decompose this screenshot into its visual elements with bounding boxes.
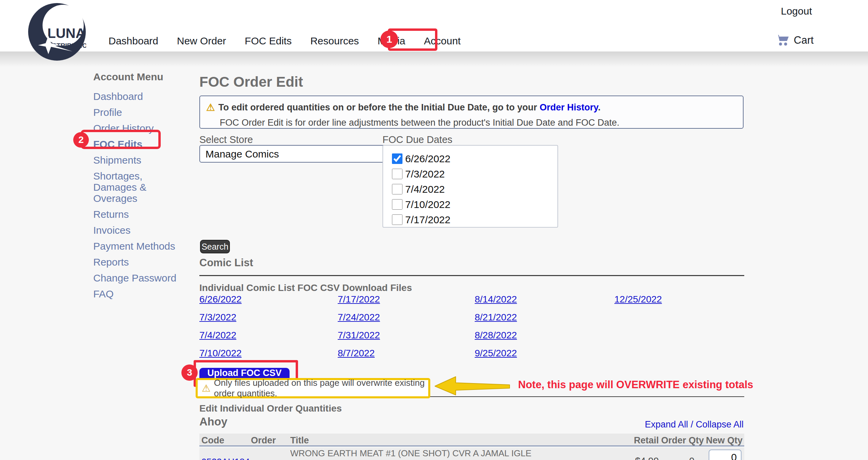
publisher-heading: Ahoy — [199, 415, 228, 428]
order-table-header: Code Order Title Retail Order Qty New Qt… — [199, 434, 744, 446]
due-date-option[interactable]: 7/10/2022 — [392, 197, 557, 212]
sidebar-item-order-history[interactable]: Order History — [93, 123, 195, 134]
due-date-option[interactable]: 7/17/2022 — [392, 212, 557, 227]
annotation-step-3: 3 — [181, 364, 198, 381]
csv-link[interactable]: 8/28/2022 — [475, 330, 517, 348]
sidebar-item-shipments[interactable]: Shipments — [93, 154, 195, 166]
nav-new-order[interactable]: New Order — [177, 35, 226, 47]
collapse-all-link[interactable]: Collapse All — [696, 419, 744, 430]
csv-link[interactable]: 7/31/2022 — [338, 330, 380, 348]
csv-link[interactable]: 8/7/2022 — [338, 348, 380, 366]
due-date-option[interactable]: 6/26/2022 — [392, 151, 557, 166]
sidebar-item-change-password[interactable]: Change Password — [93, 272, 195, 284]
nav-account[interactable]: Account — [424, 35, 460, 47]
expand-collapse-links: Expand All / Collapse All — [645, 419, 744, 430]
divider — [199, 275, 744, 276]
info-line-2: FOC Order Edit is for order line adjustm… — [220, 118, 736, 128]
sidebar-item-invoices[interactable]: Invoices — [93, 225, 195, 236]
due-date-checkbox[interactable] — [392, 153, 402, 164]
yellow-arrow — [435, 376, 510, 396]
sidebar-item-faq[interactable]: FAQ — [93, 288, 195, 299]
expand-all-link[interactable]: Expand All — [645, 419, 688, 430]
annotation-step-2: 2 — [73, 132, 89, 148]
edit-quantities-heading: Edit Individual Order Quantities — [199, 403, 342, 414]
foc-due-dates-box: 6/26/2022 7/3/2022 7/4/2022 7/10/2022 7/… — [382, 145, 558, 228]
csv-link[interactable]: 7/10/2022 — [199, 348, 242, 366]
info-line-1-text: To edit ordered quantities on or before … — [218, 102, 600, 113]
search-button[interactable]: Search — [200, 240, 230, 253]
account-menu-title: Account Menu — [93, 71, 195, 83]
due-date-option[interactable]: 7/3/2022 — [392, 166, 557, 182]
nav-foc-edits[interactable]: FOC Edits — [245, 35, 292, 47]
account-menu: Account Menu Dashboard Profile Order His… — [93, 71, 195, 304]
csv-link[interactable]: 7/17/2022 — [338, 294, 380, 312]
col-order: Order — [251, 435, 276, 446]
row-order-qty: 0 — [650, 456, 694, 460]
sidebar-item-dashboard[interactable]: Dashboard — [93, 91, 195, 102]
logout-link[interactable]: Logout — [781, 5, 812, 17]
due-date-checkbox[interactable] — [392, 199, 402, 210]
nav-resources[interactable]: Resources — [310, 35, 359, 47]
col-code: Code — [201, 435, 224, 446]
nav-dashboard[interactable]: Dashboard — [108, 35, 158, 47]
row-code-link[interactable]: 0522AH184 — [201, 457, 250, 460]
cart-icon — [775, 34, 790, 47]
sidebar-item-returns[interactable]: Returns — [93, 209, 195, 220]
cart-label: Cart — [794, 34, 814, 46]
warning-icon: ⚠ — [206, 102, 215, 113]
sidebar-item-shortages[interactable]: Shortages, Damages & Overages — [93, 170, 188, 204]
table-row: WRONG EARTH MEAT #1 (ONE SHOT) CVR A JAM… — [199, 447, 744, 460]
warning-icon: ⚠ — [202, 382, 211, 394]
csv-link[interactable]: 9/25/2022 — [475, 348, 517, 366]
sidebar-item-payment-methods[interactable]: Payment Methods — [93, 241, 195, 252]
comic-list-heading: Comic List — [199, 257, 253, 269]
csv-link[interactable]: 7/4/2022 — [199, 330, 242, 348]
csv-link[interactable]: 7/3/2022 — [199, 312, 242, 330]
due-date-checkbox[interactable] — [392, 169, 402, 179]
lunar-distribution-logo: LUNAR DISTRIBUTION — [28, 3, 86, 61]
csv-link[interactable]: 8/21/2022 — [475, 312, 517, 330]
order-history-link[interactable]: Order History — [540, 102, 598, 112]
col-title: Title — [290, 435, 309, 446]
sidebar-item-reports[interactable]: Reports — [93, 256, 195, 268]
new-qty-input[interactable] — [709, 449, 742, 460]
foc-info-box: ⚠ To edit ordered quantities on or befor… — [199, 96, 744, 129]
col-new-qty: New Qty — [692, 435, 743, 446]
csv-link[interactable]: 12/25/2022 — [614, 294, 662, 312]
annotation-step-1: 1 — [380, 30, 398, 48]
due-date-option[interactable]: 7/4/2022 — [392, 182, 557, 197]
sidebar-item-profile[interactable]: Profile — [93, 107, 195, 118]
due-date-checkbox[interactable] — [392, 214, 402, 225]
csv-link[interactable]: 6/26/2022 — [199, 294, 242, 312]
store-select[interactable]: Manage Comics — [199, 145, 400, 163]
overwrite-note: Note, this page will OVERWRITE existing … — [518, 379, 753, 391]
sidebar-item-foc-edits[interactable]: FOC Edits — [93, 139, 195, 150]
foc-due-dates-label: FOC Due Dates — [382, 134, 452, 145]
svg-text:LUNAR: LUNAR — [47, 25, 86, 41]
due-date-checkbox[interactable] — [392, 184, 402, 194]
overwrite-warning-box: ⚠ Only files uploaded on this page will … — [196, 378, 430, 398]
csv-link[interactable]: 8/14/2022 — [475, 294, 517, 312]
row-title: WRONG EARTH MEAT #1 (ONE SHOT) CVR A JAM… — [290, 448, 531, 459]
csv-downloads-heading: Individual Comic List FOC CSV Download F… — [199, 283, 412, 293]
csv-link[interactable]: 7/24/2022 — [338, 312, 380, 330]
main-nav: Dashboard New Order FOC Edits Resources … — [108, 33, 461, 49]
overwrite-warning-text: Only files uploaded on this page will ov… — [214, 378, 428, 399]
info-line-1: ⚠ To edit ordered quantities on or befor… — [206, 102, 736, 113]
page-title: FOC Order Edit — [199, 74, 303, 90]
select-store-label: Select Store — [199, 134, 253, 145]
cart-link[interactable]: Cart — [775, 34, 814, 47]
